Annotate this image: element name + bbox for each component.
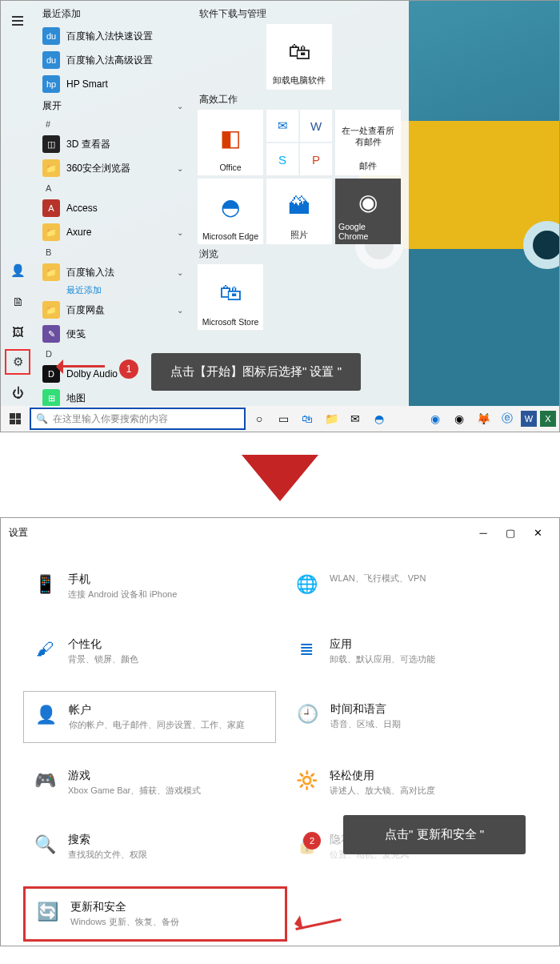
settings-card-accounts[interactable]: 👤帐户你的帐户、电子邮件、同步设置、工作、家庭 [23,691,276,743]
chevron-down-icon: ⌄ [177,164,183,173]
outlook-icon[interactable]: ✉ [266,110,298,142]
chevron-down-icon: ⌄ [177,228,183,237]
power-icon[interactable]: ⏻ [5,380,30,405]
store-icon[interactable]: 🛍 [297,408,318,429]
cortana-icon[interactable]: ○ [249,408,270,429]
settings-card-network[interactable]: 🌐WLAN、飞行模式、VPN [285,561,537,612]
settings-window-screenshot: 设置 ─ ▢ ✕ 📱手机连接 Android 设备和 iPhone🌐WLAN、飞… [0,517,560,946]
app-axure[interactable]: 📁Axure⌄ [34,220,191,244]
letter-header[interactable]: # [34,116,191,132]
expand-button[interactable]: 展开⌄ [34,96,191,116]
app-3d-viewer[interactable]: ◫3D 查看器 [34,132,191,156]
documents-icon[interactable]: 🗎 [5,288,30,314]
settings-icon[interactable]: ⚙ [5,349,30,375]
word-icon[interactable]: W [300,110,332,142]
chevron-down-icon: ⌄ [177,102,183,110]
start-tiles: 软件下载与管理 🛍卸载电脑软件 高效工作 ◧Office ✉ W S P 在一处… [191,1,409,408]
gaming-icon: 🎮 [33,769,57,793]
maximize-button[interactable]: ▢ [497,523,524,542]
access-icon: A [42,199,60,217]
app-hp-smart[interactable]: hpHP Smart [34,72,191,96]
excel-icon[interactable]: X [540,411,556,427]
start-button[interactable] [4,408,26,430]
skype-icon[interactable]: S [266,143,298,175]
taskbar-search[interactable]: 🔍在这里输入你要搜索的内容 [30,408,246,430]
app-baidu-ime[interactable]: 📁百度输入法⌄ [34,260,191,284]
card-title: 游戏 [68,769,201,783]
card-desc: 讲述人、放大镜、高对比度 [330,785,435,797]
task-view-icon[interactable]: ▭ [273,408,294,429]
card-title: 手机 [68,572,177,587]
settings-card-apps[interactable]: ≣应用卸载、默认应用、可选功能 [285,626,537,677]
letter-header[interactable]: B [34,244,191,260]
folder-icon: 📁 [42,301,60,319]
tile-store[interactable]: 🛍Microsoft Store [198,264,263,330]
card-desc: Xbox Game Bar、捕获、游戏模式 [68,785,201,797]
flow-arrow-icon [0,432,560,517]
settings-card-search[interactable]: 🔍搜索查找我的文件、权限 [23,821,275,872]
baidu-icon: du [42,51,60,69]
mail-icon[interactable]: ✉ [345,408,366,429]
powerpoint-icon[interactable]: P [300,143,332,175]
app-access[interactable]: AAccess [34,196,191,220]
letter-header[interactable]: A [34,180,191,196]
chrome-icon: ◉ [358,182,378,222]
minimize-button[interactable]: ─ [470,523,497,542]
card-desc: 卸载、默认应用、可选功能 [330,653,435,665]
window-title: 设置 [9,526,470,540]
edge-icon[interactable]: ◓ [369,408,390,429]
settings-card-phone[interactable]: 📱手机连接 Android 设备和 iPhone [23,561,275,612]
word-icon[interactable]: W [521,411,537,427]
settings-card-time[interactable]: 🕘时间和语言语音、区域、日期 [286,691,537,743]
settings-card-personalization[interactable]: 🖌个性化背景、锁屏、颜色 [23,626,275,677]
card-title: 轻松使用 [330,769,435,783]
app-baidu-quick[interactable]: du百度输入法快速设置 [34,24,191,48]
explorer-icon[interactable]: 📁 [321,408,342,429]
accounts-icon: 👤 [34,703,58,727]
tile-uninstall[interactable]: 🛍卸载电脑软件 [266,24,332,90]
titlebar: 设置 ─ ▢ ✕ [1,518,559,547]
app-icon[interactable]: ◉ [425,408,446,429]
settings-card-ease[interactable]: 🔆轻松使用讲述人、放大镜、高对比度 [285,757,537,808]
card-title: 时间和语言 [330,702,401,717]
app-360-browser[interactable]: 📁360安全浏览器⌄ [34,156,191,180]
cube-icon: ◫ [42,135,60,153]
app-baidu-pan[interactable]: 📁百度网盘⌄ [34,298,191,322]
settings-card-update[interactable]: 🔄更新和安全Windows 更新、恢复、备份 [23,886,287,942]
tile-office-apps[interactable]: ✉ W S P [266,110,332,175]
recent-header: 最近添加 [34,4,191,24]
annotation-step-dot: 1 [119,359,138,379]
hamburger-icon[interactable] [5,8,30,34]
annotation-callout: 点击" 更新和安全 " [343,815,526,854]
office-icon: ◧ [220,113,241,163]
user-icon[interactable]: 👤 [5,258,30,283]
close-button[interactable]: ✕ [524,523,551,542]
phone-icon: 📱 [33,572,57,596]
folder-icon: 📁 [42,223,60,241]
update-icon: 🔄 [35,900,59,924]
card-title: 帐户 [69,703,245,717]
recent-sublabel: 最近添加 [34,284,191,298]
app-notes[interactable]: ✎便笺 [34,322,191,346]
tile-office[interactable]: ◧Office [198,110,263,175]
ie-icon[interactable]: ⓔ [497,408,518,429]
pictures-icon[interactable]: 🖼 [5,319,30,344]
settings-categories: 📱手机连接 Android 设备和 iPhone🌐WLAN、飞行模式、VPN🖌个… [1,547,559,946]
app-baidu-adv[interactable]: du百度输入法高级设置 [34,48,191,72]
start-menu-screenshot: 👤 🗎 🖼 ⚙ ⏻ 最近添加 du百度输入法快速设置 du百度输入法高级设置 h… [0,0,560,432]
annotation-callout: 点击【开始】图标后选择" 设置 " [151,353,361,391]
tile-chrome[interactable]: ◉Google Chrome [335,179,401,244]
tile-mail[interactable]: 在一处查看所有邮件邮件 [335,110,401,175]
card-title: 应用 [330,637,435,652]
start-menu: 👤 🗎 🖼 ⚙ ⏻ 最近添加 du百度输入法快速设置 du百度输入法高级设置 h… [1,1,409,408]
start-rail: 👤 🗎 🖼 ⚙ ⏻ [1,1,34,408]
bag-icon: 🛍 [288,27,310,75]
settings-card-gaming[interactable]: 🎮游戏Xbox Game Bar、捕获、游戏模式 [23,757,275,808]
chrome-icon[interactable]: ◉ [449,408,470,429]
tile-edge[interactable]: ◓Microsoft Edge [198,179,263,244]
card-desc: 连接 Android 设备和 iPhone [68,588,177,600]
tile-photos[interactable]: 🏔照片 [266,179,332,244]
windows-logo-icon [10,413,21,424]
firefox-icon[interactable]: 🦊 [473,408,494,429]
card-title: 更新和安全 [70,900,179,914]
